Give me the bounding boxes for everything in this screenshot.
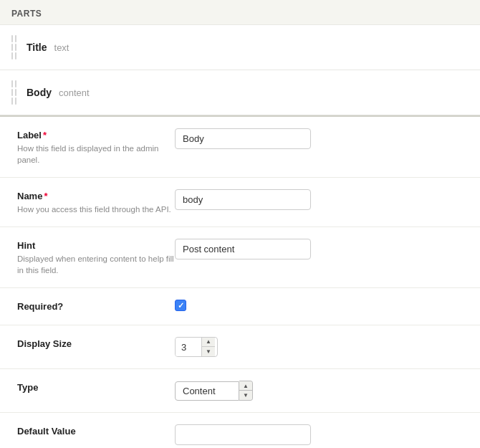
detail-panel: Label* How this field is displayed in th… — [0, 115, 480, 448]
part-type-title: text — [54, 42, 69, 53]
required-checkbox[interactable] — [175, 300, 186, 311]
name-field-desc: How you access this field through the AP… — [17, 204, 175, 215]
parts-header: Parts — [0, 0, 480, 24]
type-select-arrows: ▲ ▼ — [239, 381, 253, 401]
type-select-container: Content Text Number Date ▲ ▼ — [175, 381, 253, 401]
part-name-title: Title — [27, 42, 47, 53]
default-value-field-label: Default Value — [17, 426, 175, 437]
part-row-title[interactable]: Title text — [0, 24, 480, 70]
label-input[interactable] — [175, 128, 311, 149]
label-field-label: Label* — [17, 130, 175, 140]
type-select-decrement[interactable]: ▼ — [239, 391, 252, 400]
display-size-field-label: Display Size — [17, 338, 175, 349]
display-size-decrement[interactable]: ▼ — [202, 347, 215, 356]
drag-handle-body — [11, 80, 16, 105]
required-field-row: Required? — [0, 288, 480, 325]
drag-handle-title — [11, 35, 16, 59]
part-name-body: Body — [27, 87, 52, 98]
type-select-increment[interactable]: ▲ — [239, 381, 252, 391]
label-required-marker: * — [43, 130, 47, 140]
type-select[interactable]: Content Text Number Date — [175, 381, 239, 401]
label-field-row: Label* How this field is displayed in th… — [0, 117, 480, 178]
display-size-increment[interactable]: ▲ — [202, 338, 215, 347]
name-field-row: Name* How you access this field through … — [0, 178, 480, 227]
hint-field-label: Hint — [17, 240, 175, 251]
required-field-label: Required? — [17, 301, 175, 312]
part-type-body: content — [59, 87, 90, 98]
default-value-field-row: Default Value — [0, 413, 480, 448]
hint-field-desc: Displayed when entering content to help … — [17, 253, 175, 276]
hint-input[interactable] — [175, 239, 311, 259]
display-size-spinner: ▲ ▼ — [175, 337, 218, 357]
part-row-body[interactable]: Body content — [0, 70, 480, 115]
default-value-input[interactable] — [175, 424, 311, 445]
name-required-marker: * — [44, 191, 47, 201]
hint-field-row: Hint Displayed when entering content to … — [0, 227, 480, 288]
type-field-row: Type Content Text Number Date ▲ ▼ — [0, 369, 480, 413]
label-field-desc: How this field is displayed in the admin… — [17, 143, 175, 166]
name-field-label: Name* — [17, 191, 175, 201]
name-input[interactable] — [175, 189, 311, 210]
type-field-label: Type — [17, 382, 175, 393]
display-size-field-row: Display Size ▲ ▼ — [0, 325, 480, 369]
display-size-input[interactable] — [176, 338, 201, 356]
